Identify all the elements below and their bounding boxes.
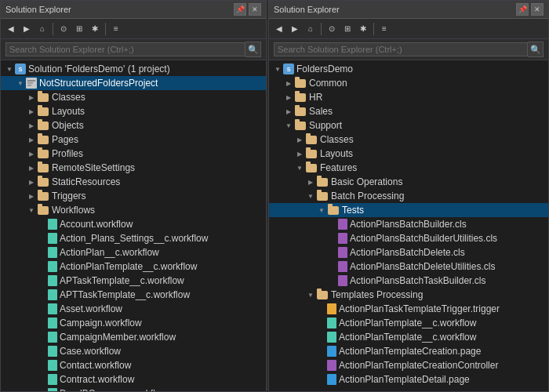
icon-wrap-aptc-wf bbox=[327, 318, 336, 328]
left-search-button[interactable]: 🔍 bbox=[245, 42, 261, 57]
expand-arrow-remotesitesettings[interactable]: ▶ bbox=[26, 162, 37, 173]
tree-item-layouts[interactable]: ▶ Layouts bbox=[1, 104, 266, 118]
expand-arrow-objects[interactable]: ▶ bbox=[26, 120, 37, 131]
page-icon bbox=[327, 374, 336, 385]
tree-item-aptttrigger[interactable]: ActionPlanTaskTemplateTrigger.trigger bbox=[269, 302, 548, 316]
tree-item-tests[interactable]: ▼ Tests bbox=[269, 203, 548, 217]
right-expand-btn[interactable]: ⊞ bbox=[340, 22, 354, 36]
tree-item-apbbcls[interactable]: ActionPlansBatchBuilder.cls bbox=[269, 217, 548, 231]
tree-item-remotesitesettings[interactable]: ▶ RemoteSiteSettings bbox=[1, 161, 266, 175]
tree-item-dandcompany-wf[interactable]: DandBCompany.workflow bbox=[1, 387, 266, 391]
tree-item-contract-wf[interactable]: Contract.workflow bbox=[1, 372, 266, 387]
icon-wrap-project bbox=[26, 78, 37, 89]
tree-item-templates-proc[interactable]: ▼ Templates Processing bbox=[269, 288, 548, 302]
tree-item-campaign-wf[interactable]: Campaign.workflow bbox=[1, 316, 266, 330]
tree-item-pages[interactable]: ▶ Pages bbox=[1, 132, 266, 147]
tree-item-support-layouts[interactable]: ▶ Layouts bbox=[269, 147, 548, 161]
tree-item-actionplans-wf[interactable]: Action_Plans_Settings__c.workflow bbox=[1, 231, 266, 245]
expand-arrow-common[interactable]: ▶ bbox=[283, 78, 294, 89]
expand-arrow-features[interactable]: ▼ bbox=[294, 162, 305, 173]
tree-item-contact-wf[interactable]: Contact.workflow bbox=[1, 358, 266, 372]
left-expand-btn[interactable]: ⊞ bbox=[72, 22, 86, 36]
tree-item-classes[interactable]: ▶ Classes bbox=[1, 90, 266, 104]
left-forward-btn[interactable]: ▶ bbox=[20, 22, 34, 36]
left-props-btn[interactable]: ✱ bbox=[88, 22, 102, 36]
icon-wrap-apbbcls bbox=[338, 219, 347, 230]
tree-item-aptasktemplate-wf[interactable]: APTaskTemplate__c.workflow bbox=[1, 274, 266, 288]
right-props-btn[interactable]: ✱ bbox=[356, 22, 370, 36]
tree-item-basic-ops[interactable]: ▶ Basic Operations bbox=[269, 175, 548, 189]
tree-item-workflows[interactable]: ▼ Workflows bbox=[1, 203, 266, 217]
expand-arrow-hr[interactable]: ▶ bbox=[283, 92, 294, 103]
tree-item-aptcreation[interactable]: ActionPlanTemplateCreation.page bbox=[269, 344, 548, 358]
expand-arrow-triggers[interactable]: ▶ bbox=[26, 191, 37, 201]
right-menu-btn[interactable]: ≡ bbox=[377, 22, 391, 36]
tree-item-apbdutilcls[interactable]: ActionPlansBatchDeleteUtilities.cls bbox=[269, 260, 548, 274]
tree-item-support-classes[interactable]: ▶ Classes bbox=[269, 132, 548, 147]
tree-item-apbbutilcls[interactable]: ActionPlansBatchBuilderUtilities.cls bbox=[269, 231, 548, 245]
expand-arrow-solution[interactable]: ▼ bbox=[4, 64, 15, 74]
tree-item-foldersDemo[interactable]: ▼SFoldersDemo bbox=[269, 62, 548, 76]
left-sync-btn[interactable]: ⊙ bbox=[56, 22, 71, 36]
expand-arrow-workflows[interactable]: ▼ bbox=[26, 205, 37, 216]
left-home-btn[interactable]: ⌂ bbox=[35, 22, 49, 36]
tree-item-triggers[interactable]: ▶ Triggers bbox=[1, 189, 266, 203]
left-search-input[interactable] bbox=[5, 42, 245, 56]
expand-arrow-templates-proc[interactable]: ▼ bbox=[305, 289, 316, 300]
left-pin-icon[interactable]: 📌 bbox=[234, 3, 246, 16]
tree-item-profiles[interactable]: ▶ Profiles bbox=[1, 147, 266, 161]
item-label-hr: HR bbox=[309, 92, 322, 103]
tree-item-hr[interactable]: ▶ HR bbox=[269, 90, 548, 104]
tree-item-objects[interactable]: ▶ Objects bbox=[1, 118, 266, 132]
right-back-btn[interactable]: ◀ bbox=[272, 22, 286, 36]
left-menu-btn[interactable]: ≡ bbox=[109, 22, 123, 36]
left-toolbar: ◀ ▶ ⌂ ⊙ ⊞ ✱ ≡ bbox=[1, 19, 266, 39]
expand-arrow-profiles[interactable]: ▶ bbox=[26, 148, 37, 159]
right-close-icon[interactable]: ✕ bbox=[531, 3, 544, 16]
right-panel-title: Solution Explorer bbox=[274, 5, 340, 14]
expand-arrow-batch-proc[interactable]: ▼ bbox=[305, 191, 316, 201]
tree-item-case-wf[interactable]: Case.workflow bbox=[1, 344, 266, 358]
tree-item-campaignmember-wf[interactable]: CampaignMember.workflow bbox=[1, 330, 266, 344]
right-home-btn[interactable]: ⌂ bbox=[304, 22, 318, 36]
expand-arrow-pages[interactable]: ▶ bbox=[26, 134, 37, 145]
right-search-button[interactable]: 🔍 bbox=[528, 42, 544, 57]
tree-item-apbbtbcls[interactable]: ActionPlansBatchTaskBuilder.cls bbox=[269, 274, 548, 288]
right-sync-btn[interactable]: ⊙ bbox=[325, 22, 339, 36]
right-search-input[interactable] bbox=[274, 42, 528, 56]
expand-arrow-support-classes[interactable]: ▶ bbox=[294, 134, 305, 145]
expand-arrow-foldersDemo[interactable]: ▼ bbox=[272, 64, 283, 74]
tree-item-account-wf[interactable]: Account.workflow bbox=[1, 217, 266, 231]
tree-item-aptcontroller[interactable]: ActionPlanTemplateCreationController bbox=[269, 358, 548, 372]
tree-item-common[interactable]: ▶ Common bbox=[269, 76, 548, 90]
expand-arrow-support-layouts[interactable]: ▶ bbox=[294, 148, 305, 159]
tree-item-apbdcls[interactable]: ActionPlansBatchDelete.cls bbox=[269, 245, 548, 260]
tree-item-aptt-wf[interactable]: ActionPlanTemplate__c.workflow bbox=[269, 330, 548, 344]
tree-item-asset-wf[interactable]: Asset.workflow bbox=[1, 302, 266, 316]
right-pin-icon[interactable]: 📌 bbox=[516, 3, 529, 16]
expand-arrow-staticresources[interactable]: ▶ bbox=[26, 176, 37, 187]
tree-item-aptdetail[interactable]: ActionPlanTemplateDetail.page bbox=[269, 372, 548, 387]
left-close-icon[interactable]: ✕ bbox=[249, 3, 261, 16]
expand-arrow-layouts[interactable]: ▶ bbox=[26, 106, 37, 117]
tree-item-support[interactable]: ▼ Support bbox=[269, 118, 548, 132]
right-forward-btn[interactable]: ▶ bbox=[288, 22, 302, 36]
expand-arrow-basic-ops[interactable]: ▶ bbox=[305, 176, 316, 187]
tree-item-solution[interactable]: ▼SSolution 'FoldersDemo' (1 project) bbox=[1, 62, 266, 76]
tree-item-sales[interactable]: ▶ Sales bbox=[269, 104, 548, 118]
tree-item-actionplantemplate-wf[interactable]: ActionPlanTemplate__c.workflow bbox=[1, 260, 266, 274]
expand-arrow-classes[interactable]: ▶ bbox=[26, 92, 37, 103]
expand-arrow-support[interactable]: ▼ bbox=[283, 120, 294, 131]
item-label-campaignmember-wf: CampaignMember.workflow bbox=[60, 332, 176, 343]
tree-item-apttasktemplate2-wf[interactable]: APTTaskTemplate__c.workflow bbox=[1, 288, 266, 302]
expand-arrow-sales[interactable]: ▶ bbox=[283, 106, 294, 117]
left-back-btn[interactable]: ◀ bbox=[4, 22, 18, 36]
expand-arrow-tests[interactable]: ▼ bbox=[316, 205, 327, 216]
tree-item-staticresources[interactable]: ▶ StaticResources bbox=[1, 175, 266, 189]
expand-arrow-project[interactable]: ▼ bbox=[15, 78, 26, 89]
tree-item-actionplan-wf[interactable]: ActionPlan__c.workflow bbox=[1, 245, 266, 260]
tree-item-project[interactable]: ▼ NotStructuredFoldersProject bbox=[1, 76, 266, 90]
tree-item-batch-proc[interactable]: ▼ Batch Processing bbox=[269, 189, 548, 203]
tree-item-aptc-wf[interactable]: ActionPlanTemplate__c.workflow bbox=[269, 316, 548, 330]
tree-item-features[interactable]: ▼ Features bbox=[269, 161, 548, 175]
